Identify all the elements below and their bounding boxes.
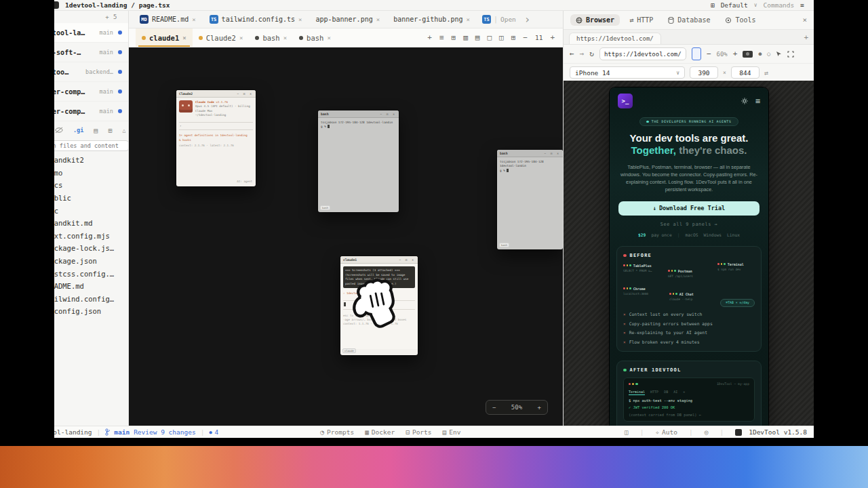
see-all-panels-link[interactable]: See all 9 panels → bbox=[610, 222, 768, 227]
preview-zoom-out[interactable]: − bbox=[707, 49, 711, 58]
terminal-canvas[interactable]: Claude2 − ⊡ × Claude Code v2.1.76 Opus 4… bbox=[129, 47, 563, 426]
back-icon[interactable]: ← bbox=[570, 49, 574, 58]
device-select[interactable]: iPhone 14 ∨ bbox=[570, 66, 685, 79]
bash-window-1[interactable]: bash − ⊡ × tssjabson 172-195-184-128 1de… bbox=[318, 110, 399, 212]
terminal-tab-bash-1[interactable]: bash × bbox=[249, 28, 293, 47]
list-layout-icon[interactable]: ≡ bbox=[439, 33, 444, 42]
tab-tailwind-config[interactable]: TS tailwind.config.ts × bbox=[204, 11, 308, 28]
claude-prompt[interactable]: › bbox=[179, 122, 253, 130]
inspect-cursor-icon[interactable] bbox=[776, 51, 782, 57]
devtool-logo-icon bbox=[735, 429, 742, 436]
window-controls[interactable]: − ⊡ × bbox=[237, 92, 253, 96]
download-button[interactable]: ↓ Download Free Trial bbox=[618, 201, 760, 216]
menu-icon[interactable]: ≡ bbox=[800, 1, 804, 9]
more-tabs-icon[interactable]: › bbox=[524, 13, 531, 26]
running-dot-icon bbox=[142, 36, 146, 40]
rows-layout-icon[interactable]: ▤ bbox=[475, 33, 480, 42]
record-dot-icon[interactable]: ● bbox=[758, 51, 762, 57]
editor-tab-bar: MD README.md × TS tailwind.config.ts × a… bbox=[129, 11, 563, 28]
device-mode-toggle[interactable] bbox=[692, 47, 701, 60]
close-panel-icon[interactable]: × bbox=[802, 16, 807, 24]
window-title: bash bbox=[500, 152, 508, 155]
theme-sun-icon[interactable] bbox=[741, 98, 748, 104]
close-icon[interactable]: × bbox=[283, 35, 287, 41]
close-icon[interactable]: × bbox=[376, 16, 380, 23]
window-controls[interactable]: − ⊡ × bbox=[399, 258, 415, 262]
single-layout-icon[interactable]: □ bbox=[487, 33, 492, 42]
panel-toggle-icon[interactable]: ◫ bbox=[625, 428, 629, 436]
ts-badge-icon[interactable]: TS bbox=[482, 15, 491, 24]
rotate-device-icon[interactable]: ⇄ bbox=[764, 69, 768, 77]
zoom-in-button[interactable]: + bbox=[538, 404, 541, 411]
auto-mode-button[interactable]: ✧Auto bbox=[655, 428, 677, 436]
status-dot bbox=[118, 109, 122, 113]
grid-layout-icon[interactable]: ⊞ bbox=[452, 33, 456, 42]
device-width-input[interactable] bbox=[690, 66, 718, 79]
bash-window-2[interactable]: bash − ⊡ × tssjabson 172-195-184-128 1de… bbox=[497, 150, 563, 249]
site-logo[interactable]: >_ bbox=[618, 94, 633, 108]
terminal-tab-bash-2[interactable]: bash × bbox=[293, 28, 337, 47]
font-larger-button[interactable]: + bbox=[550, 33, 555, 42]
running-dot-icon bbox=[299, 36, 303, 40]
tab-http[interactable]: ⇄ HTTP bbox=[624, 14, 658, 26]
prompts-button[interactable]: ◔Prompts bbox=[320, 428, 354, 436]
device-height-input[interactable] bbox=[731, 66, 760, 79]
hide-files-icon[interactable] bbox=[55, 127, 63, 134]
new-browser-tab-button[interactable]: + bbox=[804, 33, 808, 44]
open-button[interactable]: Open bbox=[500, 16, 516, 23]
file-icon[interactable]: ▤ bbox=[94, 127, 98, 134]
ports-button[interactable]: ⊟Ports bbox=[406, 428, 431, 436]
new-file-icon[interactable]: ⊞ bbox=[108, 127, 112, 134]
workspace-selector[interactable]: Default bbox=[721, 1, 748, 9]
env-button[interactable]: ▤Env bbox=[443, 428, 461, 436]
terminal-tab-claude1[interactable]: claude1 × bbox=[136, 28, 193, 47]
close-icon[interactable]: × bbox=[466, 16, 469, 23]
docker-button[interactable]: ▦Docker bbox=[365, 428, 395, 436]
font-smaller-button[interactable]: − bbox=[523, 33, 528, 42]
columns-layout-icon[interactable]: ▥ bbox=[463, 33, 468, 42]
review-changes-link[interactable]: Review 9 changes bbox=[134, 428, 196, 436]
claude2-window[interactable]: Claude2 − ⊡ × Claude Code v2.1.76 Opus 4… bbox=[176, 90, 256, 186]
window-controls[interactable]: − ⊡ × bbox=[544, 152, 560, 155]
status-dot bbox=[118, 70, 122, 74]
before-card: BEFORE TablePlus SELECT * FROM u… Postma… bbox=[616, 246, 762, 352]
commands-button[interactable]: Commands bbox=[764, 1, 795, 9]
ts-badge-icon: TS bbox=[210, 15, 218, 24]
window-controls[interactable]: − ⊡ × bbox=[380, 113, 396, 116]
tab-tools[interactable]: Tools bbox=[719, 14, 761, 26]
preview-zoom-in[interactable]: + bbox=[733, 49, 738, 58]
add-terminal-button[interactable]: + bbox=[427, 33, 432, 42]
fullscreen-icon[interactable] bbox=[787, 51, 794, 58]
tab-browser[interactable]: Browser bbox=[570, 14, 620, 26]
gitignore-filter-toggle[interactable]: .gi bbox=[73, 127, 83, 134]
tab-app-banner[interactable]: app-banner.png × bbox=[310, 11, 385, 28]
forward-icon[interactable]: → bbox=[580, 49, 585, 58]
status-circle-icon[interactable]: ○ bbox=[767, 51, 770, 57]
status-dot bbox=[118, 30, 122, 35]
cursor bbox=[328, 125, 330, 128]
hamburger-menu-icon[interactable]: ≡ bbox=[755, 96, 760, 106]
workspace-grid-icon: ⊞ bbox=[711, 1, 715, 9]
close-icon[interactable]: × bbox=[192, 16, 195, 23]
collapse-icon[interactable]: △ bbox=[122, 127, 125, 134]
close-icon[interactable]: × bbox=[327, 35, 330, 41]
close-icon[interactable]: × bbox=[239, 35, 243, 41]
settings-icon[interactable]: ◎ bbox=[705, 428, 709, 436]
screenshot-icon[interactable] bbox=[743, 51, 753, 58]
url-input[interactable] bbox=[599, 47, 686, 60]
tab-banner-github[interactable]: banner-github.png × bbox=[388, 11, 475, 28]
tab-readme[interactable]: MD README.md × bbox=[134, 11, 201, 28]
tab-database[interactable]: Database bbox=[663, 14, 715, 26]
custom-layout-icon[interactable]: ⊞ bbox=[511, 33, 516, 42]
close-icon[interactable]: × bbox=[182, 35, 186, 41]
terminal-tab-claude2[interactable]: Claude2 × bbox=[193, 28, 250, 47]
status-branch[interactable]: main bbox=[114, 428, 130, 436]
close-icon[interactable]: × bbox=[298, 16, 302, 23]
phone-screen[interactable]: >_ ≡ bbox=[610, 87, 768, 426]
split-layout-icon[interactable]: ◫ bbox=[499, 33, 504, 42]
reload-icon[interactable]: ↻ bbox=[589, 49, 594, 58]
divider: | bbox=[640, 428, 644, 436]
browser-tab[interactable]: https://1devtool.com/ bbox=[569, 33, 661, 44]
add-project-button[interactable]: + 5 bbox=[105, 14, 117, 20]
zoom-out-button[interactable]: − bbox=[492, 404, 496, 411]
